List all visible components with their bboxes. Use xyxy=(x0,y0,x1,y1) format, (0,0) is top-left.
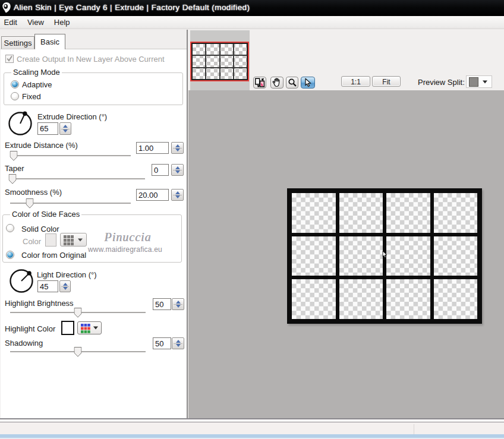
tab-strip: Settings Basic xyxy=(0,30,187,49)
color-palette-grid-icon xyxy=(81,324,90,333)
watermark-name: Pinuccia xyxy=(105,230,153,244)
pan-tool-button[interactable] xyxy=(270,77,284,89)
tab-basic[interactable]: Basic xyxy=(34,34,65,49)
palette-grid-icon xyxy=(64,235,74,245)
extrude-direction-label: Extrude Direction (°) xyxy=(37,112,107,121)
preview-canvas[interactable] xyxy=(188,90,504,418)
toggle-original-icon xyxy=(255,78,265,87)
navigator-thumbnail[interactable] xyxy=(190,42,249,81)
shadowing-label: Shadowing xyxy=(5,339,43,348)
application-window: Alien Skin | Eye Candy 6 | Extrude | Fac… xyxy=(0,0,504,439)
pan-hand-icon xyxy=(272,78,282,87)
menu-view[interactable]: View xyxy=(22,16,49,29)
watermark-url: www.maidiregrafica.eu xyxy=(88,245,162,254)
pointer-tool-button[interactable] xyxy=(301,77,315,89)
zoom-icon xyxy=(288,78,297,87)
highlight-brightness-label: Highlight Brightness xyxy=(5,299,74,308)
shadowing-slider[interactable] xyxy=(10,351,146,352)
smoothness-slider[interactable] xyxy=(10,203,131,204)
extrude-direction-spinner[interactable] xyxy=(59,122,71,135)
extrude-distance-field[interactable]: 1.00 xyxy=(136,142,169,154)
color-label: Color xyxy=(23,237,41,246)
adaptive-label: Adaptive xyxy=(22,80,52,89)
taper-spinner[interactable] xyxy=(171,164,184,176)
toggle-original-button[interactable] xyxy=(253,77,266,89)
smoothness-field[interactable]: 20.00 xyxy=(136,189,169,201)
light-direction-field[interactable]: 45 xyxy=(37,280,58,292)
status-bar xyxy=(0,418,504,439)
taper-slider[interactable] xyxy=(10,178,145,179)
menu-bar: Edit View Help xyxy=(0,16,504,29)
statusbar-separator xyxy=(414,424,414,434)
create-output-checkbox[interactable] xyxy=(5,55,14,63)
highlight-brightness-spinner[interactable] xyxy=(172,298,184,310)
shadowing-field[interactable]: 50 xyxy=(153,337,171,349)
tab-settings[interactable]: Settings xyxy=(1,36,34,49)
extrude-direction-field[interactable]: 65 xyxy=(37,122,58,135)
highlight-brightness-thumb[interactable] xyxy=(74,308,82,318)
window-title: Alien Skin | Eye Candy 6 | Extrude | Fac… xyxy=(14,3,250,12)
extrude-direction-dial[interactable] xyxy=(7,110,33,137)
statusbar-border2 xyxy=(0,422,504,422)
solid-color-radio[interactable] xyxy=(6,224,14,232)
shadowing-spinner[interactable] xyxy=(172,337,184,349)
extrude-distance-slider[interactable] xyxy=(10,155,131,156)
app-icon xyxy=(1,2,12,14)
solid-color-dropdown[interactable] xyxy=(60,233,87,247)
highlight-brightness-slider[interactable] xyxy=(10,312,146,313)
highlight-color-swatch[interactable] xyxy=(61,321,74,335)
scaling-mode-group: Scaling Mode Adaptive Fixed xyxy=(4,72,183,105)
smoothness-label: Smoothness (%) xyxy=(5,188,62,197)
light-direction-spinner[interactable] xyxy=(59,280,71,292)
taper-field[interactable]: 0 xyxy=(152,164,169,176)
highlight-color-dropdown[interactable] xyxy=(77,321,102,334)
adaptive-radio[interactable] xyxy=(11,80,19,89)
pointer-icon xyxy=(304,78,311,87)
preview-split-swatch xyxy=(469,77,478,87)
navigator-image xyxy=(191,43,248,80)
dropdown-arrow-icon xyxy=(483,80,487,83)
fit-button[interactable]: Fit xyxy=(372,76,401,87)
title-bar[interactable]: Alien Skin | Eye Candy 6 | Extrude | Fac… xyxy=(0,0,504,16)
light-direction-dial[interactable] xyxy=(8,268,34,294)
smoothness-thumb[interactable] xyxy=(26,198,34,209)
smoothness-spinner[interactable] xyxy=(171,189,184,201)
check-icon xyxy=(6,55,13,62)
menu-edit[interactable]: Edit xyxy=(0,16,22,29)
solid-color-swatch[interactable] xyxy=(45,233,56,247)
menu-help[interactable]: Help xyxy=(49,16,75,29)
scaling-mode-title: Scaling Mode xyxy=(11,68,62,77)
create-output-label: Create Output In New Layer Above Current xyxy=(17,55,165,64)
mouse-cursor-icon xyxy=(382,251,388,258)
fixed-label: Fixed xyxy=(22,92,41,101)
color-from-original-label: Color from Original xyxy=(21,251,86,260)
settings-panel: Settings Basic Create Output In New Laye… xyxy=(0,30,188,418)
color-from-original-radio[interactable] xyxy=(6,251,14,259)
highlight-color-label: Highlight Color xyxy=(5,324,55,333)
extrude-distance-thumb[interactable] xyxy=(10,151,18,161)
dropdown-arrow-icon xyxy=(93,327,98,330)
extrude-distance-spinner[interactable] xyxy=(171,142,184,154)
side-faces-title: Color of Side Faces xyxy=(10,210,81,219)
preview-split-dropdown[interactable] xyxy=(466,75,492,88)
highlight-brightness-field[interactable]: 50 xyxy=(153,298,171,310)
solid-color-label: Solid Color xyxy=(21,225,59,233)
dropdown-arrow-icon xyxy=(78,238,83,241)
preview-split-label: Preview Split: xyxy=(418,78,465,87)
preview-pane: 1:1 Fit Preview Split: xyxy=(188,30,504,418)
taper-thumb[interactable] xyxy=(9,174,17,184)
light-direction-label: Light Direction (°) xyxy=(37,270,97,279)
panel-divider xyxy=(187,30,188,418)
shadowing-thumb[interactable] xyxy=(74,347,82,357)
taper-label: Taper xyxy=(5,164,24,173)
fixed-radio[interactable] xyxy=(11,92,19,100)
extrude-distance-label: Extrude Distance (%) xyxy=(5,141,78,150)
one-to-one-button[interactable]: 1:1 xyxy=(341,76,370,87)
zoom-tool-button[interactable] xyxy=(286,77,298,89)
